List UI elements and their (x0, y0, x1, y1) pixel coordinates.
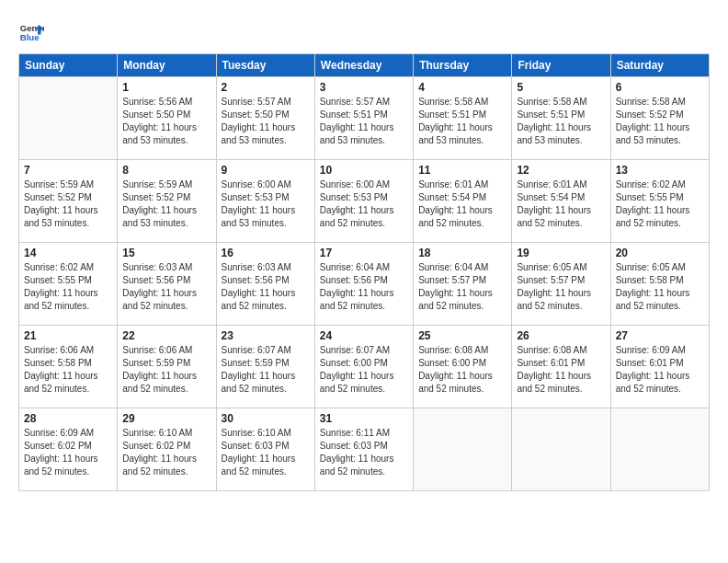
day-info: Sunrise: 6:07 AM Sunset: 6:00 PM Dayligh… (320, 344, 408, 396)
column-header-tuesday: Tuesday (216, 54, 314, 77)
day-number: 20 (616, 247, 704, 259)
day-info: Sunrise: 6:01 AM Sunset: 5:54 PM Dayligh… (418, 178, 506, 230)
calendar-cell: 3Sunrise: 5:57 AM Sunset: 5:51 PM Daylig… (314, 77, 413, 160)
day-info: Sunrise: 5:58 AM Sunset: 5:51 PM Dayligh… (517, 96, 605, 147)
day-number: 8 (122, 164, 210, 177)
column-header-monday: Monday (118, 54, 216, 77)
calendar-cell: 12Sunrise: 6:01 AM Sunset: 5:54 PM Dayli… (512, 160, 610, 243)
day-number: 23 (222, 329, 310, 342)
day-info: Sunrise: 5:58 AM Sunset: 5:51 PM Dayligh… (418, 96, 506, 147)
calendar-cell: 27Sunrise: 6:09 AM Sunset: 6:01 PM Dayli… (610, 326, 709, 408)
day-number: 10 (320, 164, 408, 177)
calendar-cell: 17Sunrise: 6:04 AM Sunset: 5:56 PM Dayli… (314, 243, 413, 326)
day-info: Sunrise: 6:01 AM Sunset: 5:54 PM Dayligh… (517, 178, 605, 230)
calendar-table: SundayMondayTuesdayWednesdayThursdayFrid… (18, 53, 710, 491)
column-header-wednesday: Wednesday (314, 54, 413, 77)
calendar-cell: 5Sunrise: 5:58 AM Sunset: 5:51 PM Daylig… (512, 77, 610, 160)
calendar-cell: 31Sunrise: 6:11 AM Sunset: 6:03 PM Dayli… (314, 408, 413, 491)
calendar-cell: 29Sunrise: 6:10 AM Sunset: 6:02 PM Dayli… (118, 408, 216, 491)
calendar-header-row: SundayMondayTuesdayWednesdayThursdayFrid… (19, 54, 710, 77)
day-info: Sunrise: 6:09 AM Sunset: 6:02 PM Dayligh… (24, 427, 112, 478)
calendar-cell: 9Sunrise: 6:00 AM Sunset: 5:53 PM Daylig… (216, 160, 314, 243)
calendar-cell: 23Sunrise: 6:07 AM Sunset: 5:59 PM Dayli… (216, 326, 314, 408)
day-number: 1 (122, 81, 210, 94)
day-number: 14 (24, 247, 112, 259)
calendar-cell: 10Sunrise: 6:00 AM Sunset: 5:53 PM Dayli… (314, 160, 413, 243)
day-number: 30 (222, 412, 310, 425)
calendar-cell: 8Sunrise: 5:59 AM Sunset: 5:52 PM Daylig… (118, 160, 216, 243)
day-info: Sunrise: 6:05 AM Sunset: 5:58 PM Dayligh… (616, 261, 704, 313)
day-number: 7 (24, 164, 112, 177)
day-number: 5 (517, 81, 605, 94)
day-info: Sunrise: 6:05 AM Sunset: 5:57 PM Dayligh… (517, 261, 605, 313)
day-info: Sunrise: 6:00 AM Sunset: 5:53 PM Dayligh… (320, 178, 408, 230)
day-number: 18 (418, 247, 506, 259)
day-info: Sunrise: 6:03 AM Sunset: 5:56 PM Dayligh… (122, 261, 210, 313)
day-info: Sunrise: 6:06 AM Sunset: 5:59 PM Dayligh… (122, 344, 210, 396)
day-info: Sunrise: 6:07 AM Sunset: 5:59 PM Dayligh… (222, 344, 310, 396)
day-info: Sunrise: 6:04 AM Sunset: 5:56 PM Dayligh… (320, 261, 408, 313)
day-info: Sunrise: 6:11 AM Sunset: 6:03 PM Dayligh… (320, 427, 408, 478)
day-info: Sunrise: 6:04 AM Sunset: 5:57 PM Dayligh… (418, 261, 506, 313)
calendar-cell: 7Sunrise: 5:59 AM Sunset: 5:52 PM Daylig… (19, 160, 118, 243)
calendar-cell: 14Sunrise: 6:02 AM Sunset: 5:55 PM Dayli… (19, 243, 118, 326)
day-info: Sunrise: 6:08 AM Sunset: 6:00 PM Dayligh… (418, 344, 506, 396)
day-number: 24 (320, 329, 408, 342)
day-info: Sunrise: 6:06 AM Sunset: 5:58 PM Dayligh… (24, 344, 112, 396)
page-header: General Blue (18, 18, 710, 44)
calendar-week-4: 21Sunrise: 6:06 AM Sunset: 5:58 PM Dayli… (19, 326, 710, 408)
calendar-cell: 11Sunrise: 6:01 AM Sunset: 5:54 PM Dayli… (414, 160, 512, 243)
day-number: 22 (122, 329, 210, 342)
calendar-cell: 25Sunrise: 6:08 AM Sunset: 6:00 PM Dayli… (414, 326, 512, 408)
logo-icon: General Blue (18, 18, 44, 44)
day-number: 17 (320, 247, 408, 259)
day-info: Sunrise: 5:58 AM Sunset: 5:52 PM Dayligh… (616, 96, 704, 147)
day-info: Sunrise: 6:00 AM Sunset: 5:53 PM Dayligh… (222, 178, 310, 230)
svg-text:Blue: Blue (20, 32, 40, 42)
calendar-cell: 18Sunrise: 6:04 AM Sunset: 5:57 PM Dayli… (414, 243, 512, 326)
day-number: 29 (122, 412, 210, 425)
column-header-thursday: Thursday (414, 54, 512, 77)
day-info: Sunrise: 5:57 AM Sunset: 5:50 PM Dayligh… (222, 96, 310, 147)
day-number: 2 (222, 81, 310, 94)
calendar-cell: 21Sunrise: 6:06 AM Sunset: 5:58 PM Dayli… (19, 326, 118, 408)
day-info: Sunrise: 6:09 AM Sunset: 6:01 PM Dayligh… (616, 344, 704, 396)
column-header-saturday: Saturday (610, 54, 709, 77)
day-info: Sunrise: 5:57 AM Sunset: 5:51 PM Dayligh… (320, 96, 408, 147)
day-info: Sunrise: 5:59 AM Sunset: 5:52 PM Dayligh… (122, 178, 210, 230)
day-info: Sunrise: 6:10 AM Sunset: 6:03 PM Dayligh… (222, 427, 310, 478)
day-info: Sunrise: 6:02 AM Sunset: 5:55 PM Dayligh… (616, 178, 704, 230)
day-info: Sunrise: 6:08 AM Sunset: 6:01 PM Dayligh… (517, 344, 605, 396)
day-number: 19 (517, 247, 605, 259)
calendar-week-3: 14Sunrise: 6:02 AM Sunset: 5:55 PM Dayli… (19, 243, 710, 326)
day-number: 27 (616, 329, 704, 342)
calendar-cell: 6Sunrise: 5:58 AM Sunset: 5:52 PM Daylig… (610, 77, 709, 160)
day-number: 15 (122, 247, 210, 259)
calendar-cell: 2Sunrise: 5:57 AM Sunset: 5:50 PM Daylig… (216, 77, 314, 160)
calendar-cell: 16Sunrise: 6:03 AM Sunset: 5:56 PM Dayli… (216, 243, 314, 326)
calendar-cell: 26Sunrise: 6:08 AM Sunset: 6:01 PM Dayli… (512, 326, 610, 408)
day-number: 12 (517, 164, 605, 177)
calendar-cell: 22Sunrise: 6:06 AM Sunset: 5:59 PM Dayli… (118, 326, 216, 408)
calendar-cell: 30Sunrise: 6:10 AM Sunset: 6:03 PM Dayli… (216, 408, 314, 491)
calendar-cell: 20Sunrise: 6:05 AM Sunset: 5:58 PM Dayli… (610, 243, 709, 326)
calendar-week-1: 1Sunrise: 5:56 AM Sunset: 5:50 PM Daylig… (19, 77, 710, 160)
day-info: Sunrise: 5:59 AM Sunset: 5:52 PM Dayligh… (24, 178, 112, 230)
day-info: Sunrise: 6:10 AM Sunset: 6:02 PM Dayligh… (122, 427, 210, 478)
calendar-week-2: 7Sunrise: 5:59 AM Sunset: 5:52 PM Daylig… (19, 160, 710, 243)
day-info: Sunrise: 6:02 AM Sunset: 5:55 PM Dayligh… (24, 261, 112, 313)
logo: General Blue (18, 18, 44, 44)
calendar-cell: 24Sunrise: 6:07 AM Sunset: 6:00 PM Dayli… (314, 326, 413, 408)
day-number: 4 (418, 81, 506, 94)
day-info: Sunrise: 5:56 AM Sunset: 5:50 PM Dayligh… (122, 96, 210, 147)
calendar-cell: 19Sunrise: 6:05 AM Sunset: 5:57 PM Dayli… (512, 243, 610, 326)
day-number: 21 (24, 329, 112, 342)
calendar-week-5: 28Sunrise: 6:09 AM Sunset: 6:02 PM Dayli… (19, 408, 710, 491)
calendar-cell: 1Sunrise: 5:56 AM Sunset: 5:50 PM Daylig… (118, 77, 216, 160)
day-number: 28 (24, 412, 112, 425)
calendar-cell: 4Sunrise: 5:58 AM Sunset: 5:51 PM Daylig… (414, 77, 512, 160)
day-number: 11 (418, 164, 506, 177)
day-number: 13 (616, 164, 704, 177)
day-number: 3 (320, 81, 408, 94)
day-number: 25 (418, 329, 506, 342)
